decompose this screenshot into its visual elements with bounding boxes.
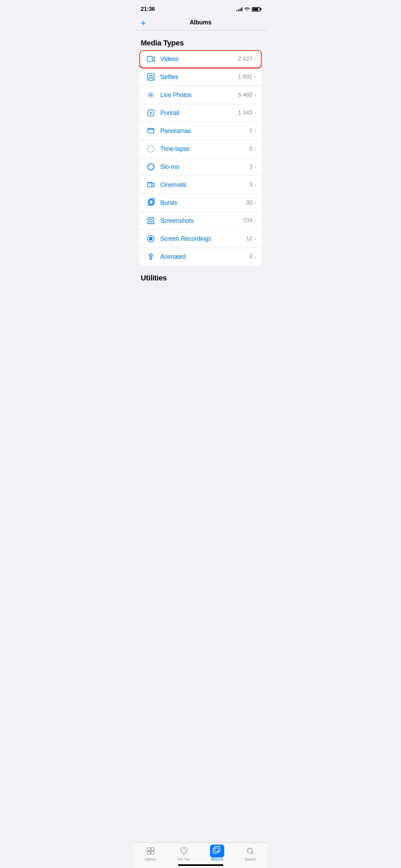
live-photos-chevron: › [255,92,256,98]
svg-point-6 [147,145,154,152]
videos-label: Videos [160,56,238,63]
videos-chevron: › [255,56,256,62]
svg-rect-8 [147,183,152,187]
list-item-videos[interactable]: Videos 2 427 › [139,50,262,68]
wifi-icon [244,7,250,11]
list-item-time-lapse[interactable]: Time-lapse 3 › [139,140,262,158]
list-item-cinematic[interactable]: Cinematic 3 › [139,176,262,194]
animated-chevron: › [255,254,256,260]
slo-mo-count: 3 [249,163,252,170]
svg-rect-13 [148,218,154,223]
panoramas-icon [145,126,157,135]
add-album-button[interactable]: + [141,18,146,27]
svg-point-4 [148,92,153,97]
portrait-label: Portrait [160,110,238,117]
svg-rect-0 [147,56,152,61]
status-time: 21:36 [141,6,155,13]
svg-point-2 [149,75,153,78]
svg-point-16 [149,237,153,240]
utilities-section-header: Utilities [134,265,267,285]
screen-recordings-chevron: › [255,236,256,242]
media-types-section-header: Media Types [134,31,267,50]
utilities-title: Utilities [141,274,167,282]
time-lapse-count: 3 [249,145,252,152]
list-item-animated[interactable]: Animated 3 › [139,248,262,265]
panoramas-chevron: › [255,128,256,134]
videos-count: 2 427 [238,56,253,62]
time-lapse-label: Time-lapse [160,145,249,153]
video-icon [145,55,157,63]
cinematic-label: Cinematic [160,181,249,189]
media-types-title: Media Types [141,39,184,47]
media-types-list: Videos 2 427 › Selfies 1 691 › [139,50,262,265]
selfies-chevron: › [255,74,256,80]
screenshots-count: 709 [243,217,252,224]
screen-recordings-label: Screen Recordings [160,235,246,242]
screenshots-icon [145,216,157,225]
portrait-icon [145,108,157,117]
live-photos-icon [145,91,157,99]
live-photos-label: Live Photos [160,92,238,99]
live-photos-count: 5 460 [238,92,253,98]
svg-rect-5 [148,130,154,133]
screen-recordings-count: 12 [246,235,253,242]
page-title: Albums [189,19,211,26]
time-lapse-chevron: › [255,146,256,152]
signal-icon [236,7,242,11]
animated-count: 3 [249,253,252,260]
slo-mo-chevron: › [255,164,256,170]
list-item-bursts[interactable]: Bursts 33 › [139,194,262,212]
panoramas-label: Panoramas [160,127,249,135]
svg-point-3 [150,94,152,96]
status-icons [236,7,260,12]
selfie-icon [145,73,157,81]
bursts-icon [145,198,157,207]
list-item-portrait[interactable]: Portrait 1 343 › [139,104,262,122]
slo-mo-label: Slo-mo [160,163,249,171]
bursts-label: Bursts [160,199,246,206]
selfies-count: 1 691 [238,74,253,80]
nav-bar: + Albums [134,16,267,31]
list-item-slo-mo[interactable]: Slo-mo 3 › [139,158,262,176]
list-item-panoramas[interactable]: Panoramas 1 › [139,122,262,140]
battery-icon [252,7,260,12]
list-item-live-photos[interactable]: Live Photos 5 460 › [139,86,262,104]
time-lapse-icon [145,144,157,153]
list-item-screen-recordings[interactable]: Screen Recordings 12 › [139,230,262,248]
list-item-selfies[interactable]: Selfies 1 691 › [139,68,262,86]
slo-mo-icon [145,162,157,171]
screenshots-chevron: › [255,218,256,224]
bursts-chevron: › [255,200,256,206]
svg-point-14 [149,219,153,222]
portrait-count: 1 343 [238,110,253,116]
screen-recordings-icon [145,234,157,243]
bursts-count: 33 [246,199,253,206]
cinematic-icon [145,180,157,189]
panoramas-count: 1 [249,127,252,134]
selfies-label: Selfies [160,74,238,81]
screenshots-label: Screenshots [160,217,243,224]
content: Media Types Videos 2 427 › [134,31,267,316]
cinematic-chevron: › [255,182,256,188]
portrait-chevron: › [255,110,256,116]
status-bar: 21:36 [134,0,267,16]
cinematic-count: 3 [249,181,252,188]
animated-icon [145,252,157,261]
animated-label: Animated [160,253,249,260]
list-item-screenshots[interactable]: Screenshots 709 › [139,212,262,230]
